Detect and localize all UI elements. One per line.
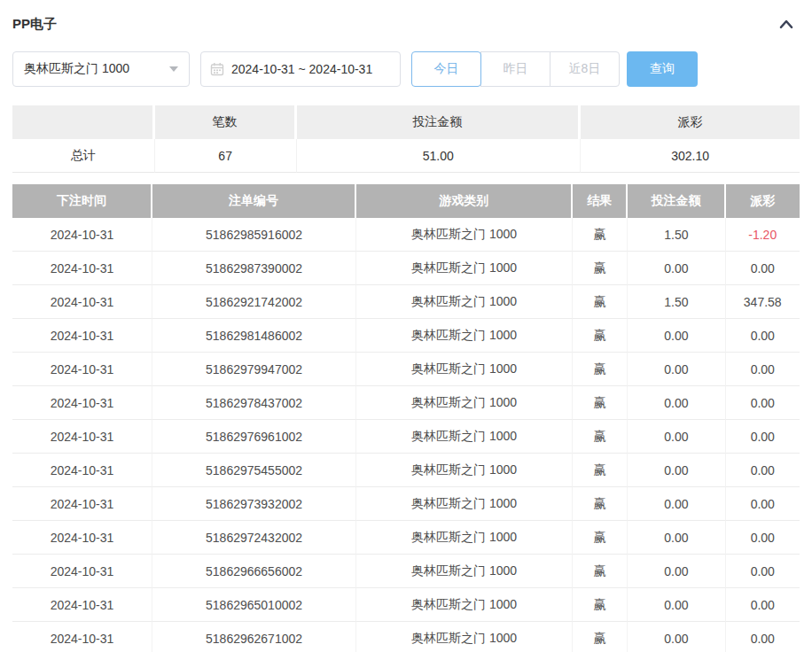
page-title: PP电子 <box>12 16 57 33</box>
record-0-cell-4: 1.50 <box>628 218 725 252</box>
record-9-cell-1: 51862972432002 <box>152 521 356 555</box>
record-0-cell-2: 奥林匹斯之门 1000 <box>356 218 573 252</box>
record-12-cell-5: 0.00 <box>726 622 800 652</box>
record-10-cell-3: 赢 <box>573 555 628 588</box>
record-4-cell-3: 赢 <box>573 353 628 386</box>
record-7-cell-2: 奥林匹斯之门 1000 <box>356 454 573 487</box>
record-2-cell-3: 赢 <box>573 285 628 319</box>
record-3-cell-1: 51862981486002 <box>152 319 356 353</box>
record-8-cell-4: 0.00 <box>628 487 725 521</box>
record-11-cell-3: 赢 <box>573 588 628 622</box>
record-5-cell-2: 奥林匹斯之门 1000 <box>356 386 573 420</box>
summary-total-cell-1: 67 <box>155 139 297 173</box>
quick-range-button-group: 今日昨日近8日 <box>411 51 620 87</box>
table-row: 2024-10-3151862976961002奥林匹斯之门 1000赢0.00… <box>12 420 800 454</box>
table-row: 2024-10-3151862975455002奥林匹斯之门 1000赢0.00… <box>12 454 800 487</box>
record-7-cell-5: 0.00 <box>726 454 800 487</box>
summary-total-cell-0: 总计 <box>12 139 155 173</box>
record-3-cell-3: 赢 <box>573 319 628 353</box>
record-5-cell-4: 0.00 <box>628 386 725 420</box>
record-12-cell-1: 51862962671002 <box>152 622 356 652</box>
record-2-cell-2: 奥林匹斯之门 1000 <box>356 285 573 319</box>
summary-total-row: 总计6751.00302.10 <box>12 139 800 173</box>
pp-electronic-panel: PP电子 奥林匹斯之门 1000 <box>12 14 800 652</box>
record-9-cell-5: 0.00 <box>726 521 800 555</box>
table-row: 2024-10-3151862973932002奥林匹斯之门 1000赢0.00… <box>12 487 800 521</box>
table-row: 2024-10-3151862979947002奥林匹斯之门 1000赢0.00… <box>12 353 800 386</box>
record-10-cell-5: 0.00 <box>726 555 800 588</box>
records-header-cell-1: 注单编号 <box>152 184 356 218</box>
table-row: 2024-10-3151862981486002奥林匹斯之门 1000赢0.00… <box>12 319 800 353</box>
record-6-cell-1: 51862976961002 <box>152 420 356 454</box>
record-5-cell-0: 2024-10-31 <box>12 386 152 420</box>
record-8-cell-0: 2024-10-31 <box>12 487 152 521</box>
record-1-cell-5: 0.00 <box>726 252 800 285</box>
record-11-cell-5: 0.00 <box>726 588 800 622</box>
table-row: 2024-10-3151862987390002奥林匹斯之门 1000赢0.00… <box>12 252 800 285</box>
records-header-cell-4: 投注金额 <box>628 184 725 218</box>
table-row: 2024-10-3151862966656002奥林匹斯之门 1000赢0.00… <box>12 555 800 588</box>
record-8-cell-3: 赢 <box>573 487 628 521</box>
record-5-cell-5: 0.00 <box>726 386 800 420</box>
record-12-cell-2: 奥林匹斯之门 1000 <box>356 622 573 652</box>
record-3-cell-0: 2024-10-31 <box>12 319 152 353</box>
quick-range-button-2[interactable]: 近8日 <box>550 51 620 87</box>
quick-range-button-0[interactable]: 今日 <box>411 51 481 87</box>
summary-header-cell-0 <box>12 105 155 139</box>
filter-row: 奥林匹斯之门 1000 2024-10-31 ~ 2024-10-31 <box>12 51 800 87</box>
summary-header-cell-3: 派彩 <box>581 105 800 139</box>
record-7-cell-0: 2024-10-31 <box>12 454 152 487</box>
record-1-cell-4: 0.00 <box>628 252 725 285</box>
record-8-cell-2: 奥林匹斯之门 1000 <box>356 487 573 521</box>
summary-header-cell-1: 笔数 <box>155 105 297 139</box>
record-9-cell-2: 奥林匹斯之门 1000 <box>356 521 573 555</box>
record-3-cell-4: 0.00 <box>628 319 725 353</box>
record-1-cell-2: 奥林匹斯之门 1000 <box>356 252 573 285</box>
record-6-cell-5: 0.00 <box>726 420 800 454</box>
records-header-cell-2: 游戏类别 <box>356 184 573 218</box>
record-4-cell-5: 0.00 <box>726 353 800 386</box>
table-row: 2024-10-3151862965010002奥林匹斯之门 1000赢0.00… <box>12 588 800 622</box>
record-0-cell-5: -1.20 <box>726 218 800 252</box>
record-7-cell-4: 0.00 <box>628 454 725 487</box>
record-9-cell-4: 0.00 <box>628 521 725 555</box>
record-11-cell-4: 0.00 <box>628 588 725 622</box>
query-button[interactable]: 查询 <box>627 51 698 87</box>
record-5-cell-3: 赢 <box>573 386 628 420</box>
records-header-cell-0: 下注时间 <box>12 184 152 218</box>
game-select[interactable]: 奥林匹斯之门 1000 <box>12 51 190 87</box>
record-6-cell-0: 2024-10-31 <box>12 420 152 454</box>
record-12-cell-3: 赢 <box>573 622 628 652</box>
table-row: 2024-10-3151862985916002奥林匹斯之门 1000赢1.50… <box>12 218 800 252</box>
record-11-cell-0: 2024-10-31 <box>12 588 152 622</box>
record-9-cell-3: 赢 <box>573 521 628 555</box>
summary-table: 笔数投注金额派彩 总计6751.00302.10 <box>12 105 800 173</box>
record-10-cell-0: 2024-10-31 <box>12 555 152 588</box>
record-7-cell-3: 赢 <box>573 454 628 487</box>
record-4-cell-0: 2024-10-31 <box>12 353 152 386</box>
record-4-cell-1: 51862979947002 <box>152 353 356 386</box>
record-12-cell-4: 0.00 <box>628 622 725 652</box>
summary-header-cell-2: 投注金额 <box>297 105 582 139</box>
record-3-cell-5: 0.00 <box>726 319 800 353</box>
record-11-cell-2: 奥林匹斯之门 1000 <box>356 588 573 622</box>
record-10-cell-4: 0.00 <box>628 555 725 588</box>
record-1-cell-1: 51862987390002 <box>152 252 356 285</box>
records-body: 2024-10-3151862985916002奥林匹斯之门 1000赢1.50… <box>12 218 800 652</box>
record-11-cell-1: 51862965010002 <box>152 588 356 622</box>
date-range-input[interactable]: 2024-10-31 ~ 2024-10-31 <box>200 51 401 87</box>
record-2-cell-5: 347.58 <box>726 285 800 319</box>
summary-total-cell-2: 51.00 <box>297 139 582 173</box>
collapse-chevron-up-icon[interactable] <box>778 18 800 30</box>
record-0-cell-3: 赢 <box>573 218 628 252</box>
summary-total-cell-3: 302.10 <box>581 139 800 173</box>
record-6-cell-4: 0.00 <box>628 420 725 454</box>
table-row: 2024-10-3151862962671002奥林匹斯之门 1000赢0.00… <box>12 622 800 652</box>
record-9-cell-0: 2024-10-31 <box>12 521 152 555</box>
record-8-cell-5: 0.00 <box>726 487 800 521</box>
table-row: 2024-10-3151862921742002奥林匹斯之门 1000赢1.50… <box>12 285 800 319</box>
record-7-cell-1: 51862975455002 <box>152 454 356 487</box>
record-1-cell-0: 2024-10-31 <box>12 252 152 285</box>
quick-range-button-1[interactable]: 昨日 <box>480 51 550 87</box>
record-0-cell-0: 2024-10-31 <box>12 218 152 252</box>
